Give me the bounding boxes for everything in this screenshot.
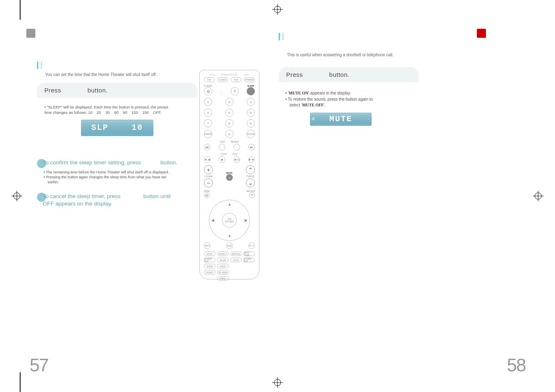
remote-aux-button: AUX [231, 77, 241, 82]
registration-mark [533, 191, 543, 201]
dpad: OK/ ENTER ▲ ▼ ◀ ▶ [209, 200, 250, 241]
down-arrow-icon: ▼ [228, 234, 231, 238]
display-panel: ≡ MUTE ⦂ [310, 113, 372, 126]
repeat-button [234, 144, 240, 150]
sub-heading: To confirm the sleep timer setting, pres… [43, 159, 142, 166]
tuning-down-icon: ⌄ [246, 178, 255, 187]
grid-button: EZ VIEW [217, 270, 229, 274]
num-button: 1 [204, 98, 212, 106]
sub-heading: button. [159, 159, 177, 166]
num-button: 5 [225, 108, 234, 117]
sleep-button-icon [247, 87, 255, 95]
num-button: 4 [204, 108, 212, 117]
power-label: POWER [204, 85, 212, 87]
sub-heading: OFF appears on the display. [43, 201, 112, 207]
right-arrow-icon: ▶ [245, 218, 247, 222]
eject-icon: ≜ [231, 87, 239, 95]
plii-button: PL II [248, 242, 255, 249]
registration-mark [12, 191, 22, 201]
remote-dimmer-button: DIMMER [244, 77, 255, 82]
enter-button: OK/ ENTER [222, 213, 237, 228]
crop-mark [20, 0, 21, 20]
right-page: This is useful when answering a doorbell… [279, 33, 509, 357]
return-label: RETURN [246, 190, 255, 192]
menu-button: ▤ [204, 192, 210, 198]
grid-button: SOUND EDIT [204, 258, 215, 262]
grid-button: DIGEST [204, 270, 215, 274]
step-detail-line: time changes as follows: [44, 110, 88, 115]
section-heading-right [279, 33, 509, 40]
tuning-label: TUNING [246, 175, 254, 178]
sub-heading: button until [142, 193, 171, 199]
mute-icon: ✕ [226, 174, 233, 181]
remote-tuner-button: TUNER [217, 77, 228, 82]
detail-line: • To restore the sound, press the button… [285, 97, 373, 103]
info-button: INFO [204, 242, 210, 249]
step-detail: • "SLEEP" will be displayed. Each time t… [37, 100, 197, 143]
skip-fwd-icon: ⏭ [248, 144, 255, 150]
function-label: FUNCTION [204, 74, 255, 76]
tuning-up-icon: ⌃ [246, 165, 255, 174]
num-button: 8 [225, 119, 234, 127]
section-heading-left [37, 62, 267, 69]
right-detail: • 'MUTE ON' appears in the display. • To… [285, 90, 509, 126]
grid-button: NTPAL [217, 276, 229, 281]
remote-dvd-button: DVD [204, 77, 215, 82]
sleep-sequence: 10 20 30 60 90 120 150 OFF. [88, 110, 162, 115]
step-box: Press button. [37, 83, 197, 98]
cancel-button: CANCEL [247, 130, 255, 138]
step-detail-line: • "SLEEP" will be displayed. Each time t… [44, 104, 190, 110]
sub-detail-line: • The remaining time before the Home The… [44, 170, 201, 175]
step-box: Press button. [279, 67, 419, 82]
volume-down-icon: − [204, 178, 213, 187]
num-button: 2 [225, 98, 234, 106]
step-button [219, 144, 225, 150]
page-number: 58 [507, 355, 525, 376]
left-arrow-icon: ◀ [211, 218, 214, 222]
return-button: ↶ [249, 192, 255, 198]
detail-line: • 'MUTE ON' appears in the display. [285, 90, 351, 97]
grid-button: ZOOM [204, 264, 215, 268]
remote-illustration: FUNCTION DVD TUNER AUX DIMMER POWER ⏻ ○ … [199, 70, 259, 279]
remain-button: REMAIN [204, 130, 212, 138]
num-button: 9 [247, 119, 255, 127]
num-button: 7 [204, 119, 212, 127]
mute-label: MUTE [226, 172, 233, 174]
display-panel: SLP 10 [81, 120, 153, 136]
heading-bar-icon [37, 62, 38, 69]
volume-up-icon: + [204, 165, 213, 174]
sub-button: SUB [226, 242, 233, 249]
crop-mark [20, 372, 21, 392]
volume-label: VOLUME [204, 175, 213, 178]
play-icon: ►II [234, 156, 240, 163]
bottom-button-grid: MODE EFFECT SURTEQ TEST TONE SOUND EDIT … [204, 251, 255, 281]
step-button-label: button. [88, 87, 108, 94]
rewind-icon: ◄◄ [204, 156, 210, 163]
num-button: 3 [247, 98, 255, 106]
sub-detail-line: earlier. [44, 180, 201, 184]
grid-button: AUDIO [217, 264, 229, 268]
stop-label: STOP [221, 153, 227, 155]
heading-bar-icon [279, 33, 280, 40]
heading-bar-icon [282, 33, 284, 40]
sleep-label: SLEEP [247, 85, 255, 87]
color-swatch-gray [26, 29, 35, 38]
stop-icon: ■ [219, 156, 225, 163]
heading-bar-icon [41, 62, 42, 69]
play-label: PLAY [233, 153, 238, 155]
sub-detail-line: • Pressing the button again changes the … [44, 175, 201, 180]
page-number: 57 [30, 355, 48, 376]
step-press-label: Press [286, 71, 303, 78]
registration-mark [272, 377, 283, 388]
display-side-icon: ≡ [312, 115, 314, 122]
detail-line: select 'MUTE OFF'. [289, 102, 326, 108]
display-side-icon: ⦂ [368, 116, 369, 122]
grid-button: SOUND EDIT [243, 258, 255, 262]
grid-button: MODE [204, 251, 215, 256]
step-press-label: Press [44, 87, 61, 94]
sub-heading: To cancel the sleep timer, press [43, 193, 122, 199]
registration-mark [272, 4, 283, 15]
ffwd-icon: ►► [248, 156, 255, 163]
grid-button: TEST TONE [243, 251, 255, 256]
step-label: STEP [220, 141, 225, 143]
